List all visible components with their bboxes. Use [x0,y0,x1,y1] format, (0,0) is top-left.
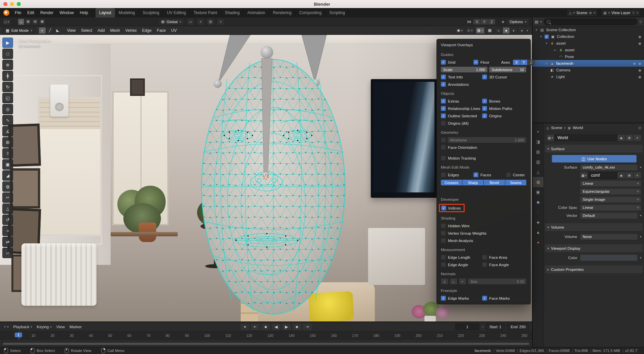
vector-field[interactable]: Default [580,213,638,219]
tool-button[interactable]: ◱ [2,93,13,103]
tool-button[interactable]: ▣ [2,159,13,170]
mesh-edit-toggle-button[interactable]: Seams [505,180,526,185]
properties-tab[interactable]: ◨ [533,137,543,147]
visibility-eye-icon[interactable]: ◉ [638,68,641,72]
fake-user-button[interactable]: ◈ [617,134,625,141]
grid-scale-slider[interactable]: Scale1.000 [441,67,487,72]
vertex-normals-toggle[interactable]: ⊥ [441,278,448,285]
viewport-menu-item[interactable]: Edge [140,27,154,34]
viewport-display-panel-header[interactable]: ▾ Viewport Display [545,244,643,252]
interpolation-dropdown[interactable]: Linear▾ [580,180,641,187]
properties-tab[interactable]: ▲ [533,227,543,237]
hidden-wire-checkbox[interactable]: Hidden Wire [441,223,470,228]
text-info-checkbox[interactable]: Text Info [441,74,480,79]
projection-dropdown[interactable]: Equirectangular▾ [580,188,641,195]
relationship-lines-checkbox[interactable]: Relationship Lines [441,106,480,111]
tool-button[interactable]: ╋ [2,71,13,81]
properties-tab[interactable]: △ [533,167,543,177]
current-frame-badge[interactable]: 1 [15,333,22,337]
end-frame-field[interactable]: End250 [507,323,529,330]
face-orientation-checkbox[interactable]: Face Orientation [441,145,477,150]
select-op-mode-button[interactable]: □ [18,18,24,25]
world-name-field[interactable]: World [554,134,617,141]
workspace-tab[interactable]: UV Editing [163,8,190,17]
scene-selector[interactable]: △ ▾ Scene ⊕ × [567,9,598,16]
animate-dot[interactable] [640,236,641,237]
color-space-dropdown[interactable]: Linear▾ [580,204,641,211]
visibility-eye-icon[interactable]: ◉ [638,62,641,65]
view-layer-selector[interactable]: ▦ ▾ View Layer ▽ × [601,9,641,16]
viewport-menu-item[interactable]: Select [79,27,95,34]
face-normals-toggle[interactable]: ⌐ [459,278,466,285]
animate-dot[interactable] [640,167,641,168]
axis-y-toggle[interactable]: Y [520,60,527,65]
tool-button[interactable]: ⇧ [2,148,13,159]
menu-item[interactable]: Render [38,9,56,16]
mesh-analysis-checkbox[interactable]: Mesh Analysis [441,238,473,243]
mode-dropdown[interactable]: ▦ Edit Mode ▾ [3,27,35,34]
object-visibility-dropdown[interactable]: ◉ ▾ [455,27,464,34]
overlays-dropdown[interactable]: ◍ ▾ [476,27,485,34]
timeline-ruler[interactable]: 1 11020304050607080901001101201301401501… [0,331,532,340]
vertex-group-weights-checkbox[interactable]: Vertex Group Weights [441,231,486,236]
select-mode-button[interactable]: • [39,27,46,34]
shading-rendered-button[interactable]: ◑ [518,27,525,34]
shading-options-dropdown[interactable]: ▾ [527,29,528,32]
scrollbar-thumb[interactable] [3,343,529,345]
menu-item[interactable]: Edit [24,9,37,16]
mesh-edit-toggle-button[interactable]: Sharp [462,180,483,185]
center-checkbox[interactable]: Center [506,172,525,177]
viewport-menu-item[interactable]: View [65,27,78,34]
workspace-tab[interactable]: Modeling [115,8,139,17]
wireframe-checkbox[interactable] [441,137,446,142]
tool-button[interactable]: ▱ [2,248,13,258]
view-menu[interactable]: View [56,324,65,329]
properties-tab[interactable]: ⌖ [533,127,543,137]
tool-button[interactable]: ✂ [2,192,13,203]
next-keyframe-button[interactable]: ◆ [292,323,302,331]
tool-button[interactable]: ▶ [2,38,13,48]
properties-tab[interactable]: ◈ [533,217,543,227]
outliner-row-light[interactable]: ☀ Light ◉ [533,73,644,80]
viewport-menu-item[interactable]: Vertex [123,27,139,34]
current-frame-field[interactable]: 1 [455,323,479,330]
options-dropdown[interactable]: Options ▾ [507,18,529,25]
visibility-eye-icon[interactable]: ◉ [638,75,641,79]
bones-checkbox[interactable]: Bones [482,99,500,104]
image-unlink-button[interactable]: × [633,172,641,179]
image-source-dropdown[interactable]: Single Image▾ [580,196,641,203]
outliner-row-asset[interactable]: ▾ ⋔ asset ◉ [533,40,644,47]
viewport-menu-item[interactable]: Mesh [108,27,122,34]
face-marks-checkbox[interactable]: Face Marks [482,296,510,301]
select-mode-button[interactable]: ╱ [46,27,54,34]
snap-toggle[interactable]: ∩ [187,18,194,25]
jump-start-button[interactable]: ⇤ [250,323,260,331]
active-tool-dropdown[interactable]: □ ▾ [3,18,11,25]
outline-selected-checkbox[interactable]: Outline Selected [441,113,480,118]
menu-item[interactable]: File [12,9,24,16]
tool-button[interactable]: ∡ [2,126,13,136]
unlink-scene-icon[interactable]: × [593,11,595,15]
close-window-button[interactable] [3,2,7,6]
indices-checkbox[interactable]: Indices [441,205,461,211]
properties-tab[interactable]: ▤ [533,147,543,157]
origins-checkbox[interactable]: Origins [482,113,502,118]
surface-shader-field[interactable]: comfy_cafe_4k.exr [580,164,638,171]
mirror-axis-toggle[interactable]: X [473,19,480,24]
outliner-row-camera[interactable]: ◧ Camera ◉ [533,67,644,73]
split-normals-toggle[interactable]: ∟ [450,278,457,285]
edge-length-checkbox[interactable]: Edge Length [441,255,480,260]
visibility-eye-icon[interactable]: ◉ [638,42,641,45]
workspace-tab[interactable]: Texture Paint [190,8,221,17]
edges-checkbox[interactable]: Edges [441,172,472,177]
new-scene-icon[interactable]: ⊕ [589,11,592,15]
outliner-row-facemesh[interactable]: ▸ ▲ facemesh ◈ ◉ [533,60,644,67]
gizmos-dropdown[interactable]: ◇ ▾ [466,27,474,34]
image-name-field[interactable]: comf [588,172,617,179]
start-frame-field[interactable]: Start1 [486,323,505,330]
pin-icon[interactable]: ⊙ [638,126,641,130]
playback-menu[interactable]: Playback▾ [13,324,32,329]
viewport-menu-item[interactable]: Face [155,27,168,34]
workspace-tab[interactable]: Rendering [269,8,295,17]
motion-paths-checkbox[interactable]: Motion Paths [482,106,512,111]
